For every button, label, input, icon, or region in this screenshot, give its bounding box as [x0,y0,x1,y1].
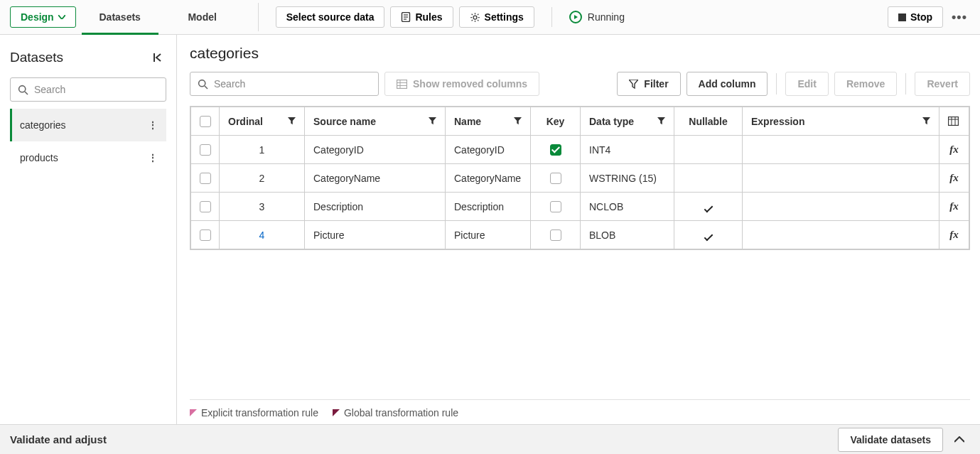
item-menu-icon[interactable]: ⋮ [148,152,158,163]
global-rule-icon [333,409,340,416]
row-checkbox[interactable] [191,164,220,193]
table-row[interactable]: 3DescriptionDescriptionNCLOBfx [191,193,969,221]
filter-label: Filter [644,78,668,90]
header-nullable[interactable]: Nullable [674,107,743,136]
legend-explicit: Explicit transformation rule [201,407,318,418]
key-checkbox [550,201,561,212]
sidebar: Datasets categories ⋮ products ⋮ [0,35,177,424]
filter-icon[interactable] [514,117,522,125]
collapse-sidebar-icon[interactable] [149,49,166,66]
header-key[interactable]: Key [531,107,581,136]
tab-model[interactable]: Model [164,0,241,35]
edit-button[interactable]: Edit [785,72,828,96]
table-icon [397,80,407,89]
main: categories Show removed columns Filter [177,35,980,424]
divider [905,73,906,94]
divider [776,73,777,94]
header-expression[interactable]: Expression [743,107,939,136]
table-row[interactable]: 4PicturePictureBLOBfx [191,221,969,249]
cell-key[interactable] [531,221,581,249]
filter-icon[interactable] [288,117,296,125]
cell-expression [743,193,939,221]
page-title: categories [190,45,970,62]
main-search-input[interactable] [214,78,371,90]
filter-button[interactable]: Filter [617,72,680,96]
cell-data-type: WSTRING (15) [581,164,674,193]
sidebar-search-input[interactable] [34,84,158,95]
more-menu[interactable]: ••• [949,6,970,28]
item-menu-icon[interactable]: ⋮ [148,119,158,131]
cell-expression [743,221,939,249]
filter-icon[interactable] [429,117,436,125]
filter-icon [629,80,638,89]
stop-button[interactable]: Stop [888,6,943,28]
cell-name: Description [446,193,531,221]
add-column-button[interactable]: Add column [686,72,768,96]
header-source-name[interactable]: Source name [305,107,446,136]
rules-button[interactable]: Rules [390,6,453,28]
sidebar-item-label: products [20,152,58,163]
header-data-type[interactable]: Data type [581,107,674,136]
sidebar-item-categories[interactable]: categories ⋮ [10,109,166,141]
fx-icon: fx [949,172,959,183]
header-ordinal[interactable]: Ordinal [220,107,305,136]
legend: Explicit transformation rule Global tran… [190,399,970,418]
svg-point-5 [19,85,26,92]
check-icon [704,203,713,212]
fx-icon: fx [949,144,959,155]
toolbar: Show removed columns Filter Add column E… [190,72,970,96]
tab-datasets[interactable]: Datasets [82,0,158,35]
row-checkbox[interactable] [191,136,220,164]
cell-expression [743,164,939,193]
row-checkbox[interactable] [191,221,220,249]
cell-ordinal: 4 [220,221,305,249]
main-search[interactable] [190,72,379,96]
rules-label: Rules [415,11,442,23]
cell-fx[interactable]: fx [939,136,969,164]
divider [258,3,259,31]
cell-key[interactable] [531,164,581,193]
cell-fx[interactable]: fx [939,221,969,249]
cell-source-name: Description [305,193,446,221]
cell-source-name: CategoryName [305,164,446,193]
revert-button[interactable]: Revert [915,72,970,96]
table-row[interactable]: 1CategoryIDCategoryIDINT4fx [191,136,969,164]
running-indicator: Running [569,11,625,23]
settings-label: Settings [485,11,524,23]
sidebar-search[interactable] [10,77,166,102]
footer: Validate and adjust Validate datasets [0,424,980,454]
remove-button[interactable]: Remove [834,72,897,96]
expand-footer-icon[interactable] [949,429,970,450]
running-label: Running [588,11,625,23]
cell-ordinal: 1 [220,136,305,164]
show-removed-button[interactable]: Show removed columns [384,72,539,96]
svg-line-8 [205,86,208,89]
cell-source-name: Picture [305,221,446,249]
header-column-picker[interactable] [939,107,969,136]
cell-expression [743,136,939,164]
header-name[interactable]: Name [446,107,531,136]
design-button[interactable]: Design [10,6,76,28]
row-checkbox[interactable] [191,193,220,221]
cell-source-name: CategoryID [305,136,446,164]
show-removed-label: Show removed columns [413,78,527,90]
cell-nullable [674,136,743,164]
cell-key[interactable] [531,193,581,221]
filter-icon[interactable] [657,117,665,125]
filter-icon[interactable] [922,117,930,125]
divider [551,7,552,27]
sidebar-item-products[interactable]: products ⋮ [10,141,166,174]
ordinal-link[interactable]: 4 [259,229,265,241]
cell-ordinal: 2 [220,164,305,193]
header-checkbox[interactable] [191,107,220,136]
cell-key[interactable] [531,136,581,164]
svg-line-6 [25,92,28,94]
validate-datasets-button[interactable]: Validate datasets [838,428,943,452]
settings-button[interactable]: Settings [459,6,534,28]
cell-fx[interactable]: fx [939,193,969,221]
key-checkbox-checked [550,144,561,156]
fx-icon: fx [949,229,959,240]
table-row[interactable]: 2CategoryNameCategoryNameWSTRING (15)fx [191,164,969,193]
select-source-button[interactable]: Select source data [276,6,385,28]
cell-fx[interactable]: fx [939,164,969,193]
